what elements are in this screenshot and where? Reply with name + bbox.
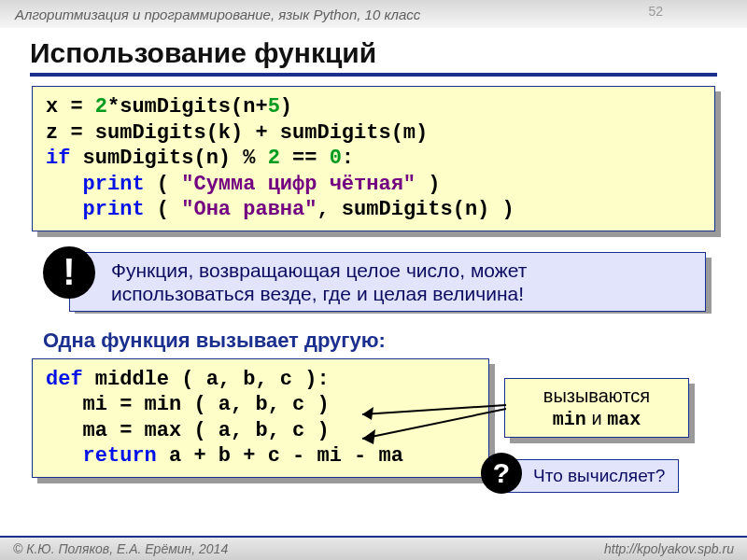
section-subtitle: Одна функция вызывает другую: <box>43 329 747 353</box>
slide-footer: © К.Ю. Поляков, Е.А. Ерёмин, 2014 http:/… <box>0 536 747 560</box>
exclamation-icon: ! <box>43 246 95 299</box>
callout-body: вызываются min и max <box>504 378 689 438</box>
question-box: ? Что вычисляет? <box>504 459 679 493</box>
question-mark-icon: ? <box>481 453 522 494</box>
slide-header: Алгоритмизация и программирование, язык … <box>0 0 747 28</box>
note-line-1: Функция, возвращающая целое число, может <box>111 259 683 282</box>
note-callout: Функция, возвращающая целое число, может… <box>32 250 715 312</box>
code-example-2: def middle ( a, b, c ): mi = min ( a, b,… <box>32 358 489 478</box>
code-example-1: x = 2*sumDigits(n+5) z = sumDigits(k) + … <box>32 86 715 231</box>
code-body-2: def middle ( a, b, c ): mi = min ( a, b,… <box>32 358 489 478</box>
question-text: Что вычисляет? <box>533 466 665 485</box>
slide-title: Использование функций <box>30 37 717 77</box>
note-line-2: использоваться везде, где и целая величи… <box>111 282 683 305</box>
min-max-callout: вызываются min и max <box>504 378 689 438</box>
note-box: Функция, возвращающая целое число, может… <box>69 252 706 312</box>
footer-url: http://kpolyakov.spb.ru <box>604 541 734 556</box>
page-number: 52 <box>648 4 663 19</box>
code-body-1: x = 2*sumDigits(n+5) z = sumDigits(k) + … <box>32 86 715 231</box>
question-callout: ? Что вычисляет? <box>504 459 679 493</box>
subject-text: Алгоритмизация и программирование, язык … <box>15 7 420 22</box>
footer-author: © К.Ю. Поляков, Е.А. Ерёмин, 2014 <box>13 541 228 556</box>
